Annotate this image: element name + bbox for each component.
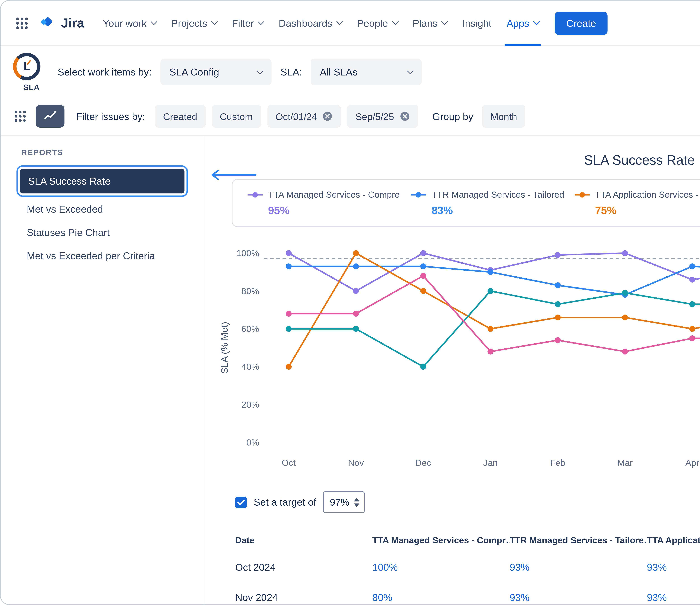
svg-text:100%: 100%: [236, 248, 259, 258]
legend-swatch-icon: [411, 191, 426, 198]
svg-text:Apr: Apr: [685, 458, 699, 468]
table-header: TTR Managed Services - Tailore…: [509, 530, 647, 552]
chevron-down-icon: [257, 68, 264, 74]
svg-text:40%: 40%: [241, 362, 259, 372]
annotation-left-arrow-icon: [208, 169, 257, 184]
table-value-link[interactable]: 93%: [509, 552, 647, 582]
sla-app-logo-icon: L SLA: [13, 52, 49, 91]
legend-series-name: TTR Managed Services - Tailored I…: [432, 189, 564, 199]
sla-select[interactable]: All SLAs: [311, 59, 422, 85]
close-icon[interactable]: [323, 111, 333, 121]
chevron-down-icon: [150, 18, 157, 25]
filter-chips: CreatedCustomOct/01/24Sep/5/25: [155, 105, 418, 127]
table-value-link[interactable]: 93%: [647, 582, 700, 604]
chevron-down-icon: [336, 18, 343, 25]
reports-sidebar: REPORTS SLA Success RateMet vs ExceededS…: [1, 136, 204, 604]
sidebar-item-sla-success-rate[interactable]: SLA Success Rate: [20, 169, 184, 193]
check-icon: [237, 496, 245, 508]
sla-line-chart: 0%20%40%60%80%100%OctNovDecJanFebMarAprM…: [219, 238, 700, 478]
jira-mark-icon: [39, 13, 56, 33]
line-chart-icon: [43, 108, 57, 125]
table-header: TTA Application Services - Inno…: [647, 530, 700, 552]
filter-chip[interactable]: Custom: [211, 105, 261, 127]
legend-series-average: 83%: [432, 204, 564, 217]
nav-item-dashboards[interactable]: Dashboards: [271, 0, 349, 46]
filter-issues-label: Filter issues by:: [76, 111, 145, 122]
close-icon[interactable]: [399, 111, 410, 121]
nav-item-apps[interactable]: Apps: [499, 0, 546, 46]
target-value-input[interactable]: 97%: [323, 491, 365, 513]
svg-text:SLA (% Met): SLA (% Met): [219, 322, 230, 374]
grid-view-toggle[interactable]: [13, 109, 27, 123]
table-row-date: Oct 2024: [235, 552, 372, 582]
nav-item-people[interactable]: People: [349, 0, 405, 46]
legend-series-average: 75%: [595, 204, 700, 217]
table-header: TTA Managed Services - Compr…: [372, 530, 510, 552]
svg-text:Feb: Feb: [550, 458, 566, 468]
chevron-down-icon: [211, 18, 218, 25]
nav-item-projects[interactable]: Projects: [164, 0, 224, 46]
results-table: DateTTA Managed Services - Compr…TTR Man…: [235, 530, 700, 604]
jira-logo[interactable]: Jira: [39, 13, 84, 33]
sla-toolbar: L SLA Select work items by: SLA Config S…: [1, 46, 700, 97]
sla-label: SLA:: [280, 66, 302, 77]
filter-chip[interactable]: Sep/5/25: [347, 105, 418, 127]
chart-view-toggle[interactable]: [36, 105, 65, 127]
table-value-link[interactable]: 93%: [647, 552, 700, 582]
nav-item-filter[interactable]: Filter: [224, 0, 271, 46]
table-value-link[interactable]: 100%: [372, 552, 510, 582]
top-navigation: Jira Your workProjectsFilterDashboardsPe…: [1, 1, 700, 46]
target-label: Set a target of: [254, 497, 316, 508]
chart-title: SLA Success Rate: [204, 152, 700, 168]
svg-text:Oct: Oct: [282, 458, 296, 468]
table-value-link[interactable]: 93%: [509, 582, 647, 604]
chevron-down-icon: [533, 18, 540, 25]
app-window: Jira Your workProjectsFilterDashboardsPe…: [0, 0, 700, 605]
select-work-items-label: Select work items by:: [57, 66, 151, 77]
target-checkbox[interactable]: [235, 496, 247, 508]
primary-nav: Your workProjectsFilterDashboardsPeopleP…: [95, 0, 546, 46]
sidebar-item-statuses-pie-chart[interactable]: Statuses Pie Chart: [19, 221, 186, 244]
table-value-link[interactable]: 80%: [372, 582, 510, 604]
svg-text:60%: 60%: [241, 324, 259, 334]
stepper-arrows-icon[interactable]: [352, 498, 364, 507]
chevron-down-icon: [258, 18, 265, 25]
target-control: Set a target of 97%: [235, 491, 700, 513]
legend-item[interactable]: TTR Managed Services - Tailored I…83%: [400, 189, 564, 217]
reports-heading: REPORTS: [21, 148, 204, 156]
content-area: REPORTS SLA Success RateMet vs ExceededS…: [1, 136, 700, 604]
brand-name: Jira: [61, 16, 84, 30]
create-button[interactable]: Create: [555, 11, 608, 35]
filter-bar: Filter issues by: CreatedCustomOct/01/24…: [1, 97, 700, 136]
chevron-down-icon: [441, 18, 448, 25]
nav-item-insight[interactable]: Insight: [455, 0, 499, 46]
nav-item-plans[interactable]: Plans: [405, 0, 455, 46]
svg-text:Dec: Dec: [415, 458, 431, 468]
legend-swatch-icon: [575, 191, 590, 198]
group-by-value-chip[interactable]: Month: [482, 105, 525, 127]
table-header: Date: [235, 530, 372, 552]
svg-text:Jan: Jan: [483, 458, 498, 468]
legend-item[interactable]: TTA Application Services - Innova…75%: [564, 189, 700, 217]
chevron-down-icon: [392, 18, 398, 25]
legend-swatch-icon: [248, 191, 262, 198]
nav-item-your-work[interactable]: Your work: [95, 0, 164, 46]
svg-text:Mar: Mar: [617, 458, 633, 468]
sidebar-item-met-vs-exceeded[interactable]: Met vs Exceeded: [19, 198, 186, 221]
legend-series-average: 95%: [268, 204, 400, 217]
table-row-date: Nov 2024: [235, 582, 372, 604]
legend-series-name: TTA Application Services - Innova…: [595, 189, 700, 199]
filter-chip[interactable]: Created: [155, 105, 205, 127]
svg-text:80%: 80%: [241, 286, 259, 296]
svg-text:Nov: Nov: [348, 458, 364, 468]
chevron-down-icon: [407, 68, 414, 74]
legend-series-name: TTA Managed Services - Compreh…: [268, 189, 400, 199]
work-items-select[interactable]: SLA Config: [160, 59, 272, 85]
filter-chip[interactable]: Oct/01/24: [267, 105, 341, 127]
report-list: SLA Success RateMet vs ExceededStatuses …: [1, 169, 204, 267]
app-switcher-icon[interactable]: [15, 16, 29, 30]
legend-item[interactable]: TTA Managed Services - Compreh…95%: [236, 189, 400, 217]
group-by-label: Group by: [432, 111, 473, 122]
svg-text:0%: 0%: [246, 437, 259, 447]
sidebar-item-met-vs-exceeded-per-criteria[interactable]: Met vs Exceeded per Criteria: [19, 244, 186, 268]
